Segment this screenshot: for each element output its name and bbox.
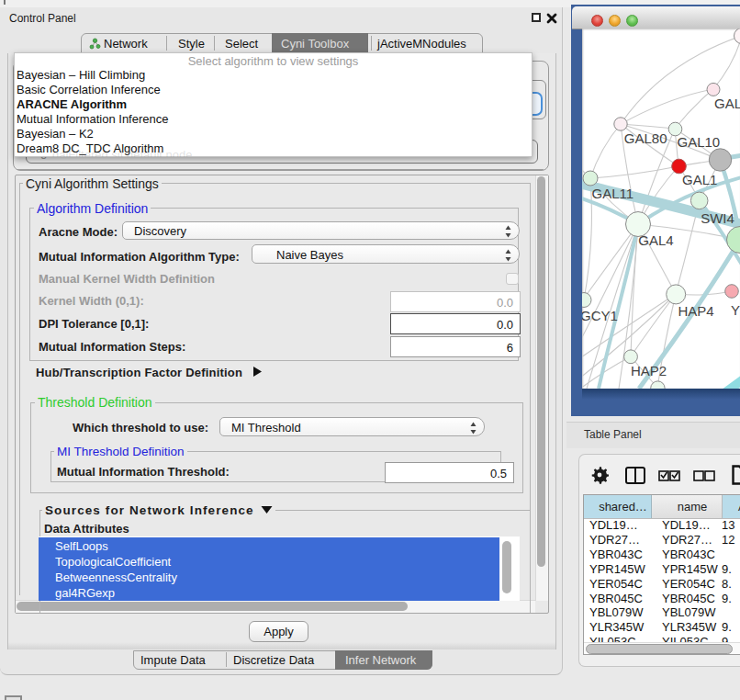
svg-text:HAP4: HAP4 bbox=[678, 303, 714, 319]
svg-text:GAL4: GAL4 bbox=[638, 232, 673, 248]
svg-text:GCY1: GCY1 bbox=[582, 308, 618, 323]
svg-text:HAP2: HAP2 bbox=[631, 363, 667, 378]
svg-text:GAL80: GAL80 bbox=[624, 130, 667, 146]
svg-text:GAL: GAL bbox=[714, 96, 740, 111]
svg-text:SWI4: SWI4 bbox=[701, 210, 734, 226]
svg-text:GAL10: GAL10 bbox=[678, 134, 721, 150]
svg-text:Y: Y bbox=[731, 302, 740, 318]
svg-text:GAL1: GAL1 bbox=[682, 172, 717, 187]
svg-text:GAL11: GAL11 bbox=[592, 186, 634, 201]
